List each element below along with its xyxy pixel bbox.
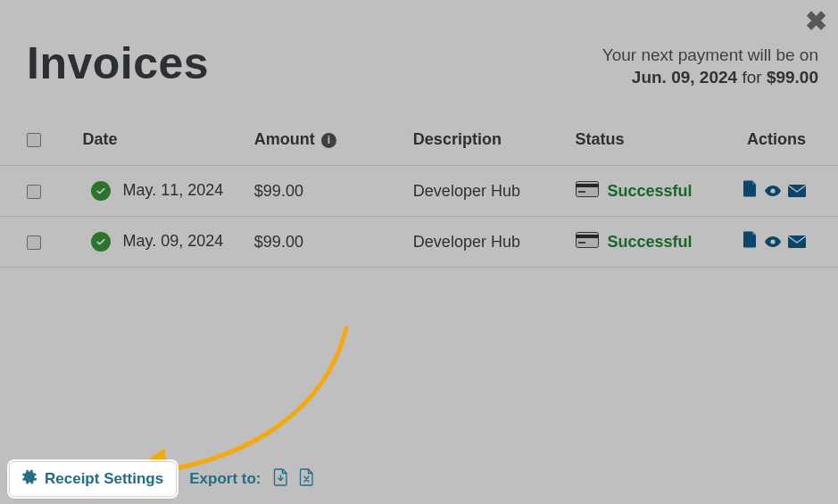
info-icon[interactable]: i: [321, 133, 336, 148]
cell-amount: $99.00: [245, 217, 404, 268]
export-excel-icon[interactable]: [299, 468, 314, 490]
cell-status: Successful: [608, 182, 693, 201]
table-row: May. 11, 2024 $99.00 Developer Hub Succe…: [0, 166, 838, 217]
view-icon[interactable]: [764, 234, 786, 252]
email-icon[interactable]: [788, 234, 806, 252]
col-amount: Amount i: [245, 114, 404, 166]
view-icon[interactable]: [764, 183, 786, 201]
next-payment-date: Jun. 09, 2024: [632, 68, 737, 87]
row-checkbox[interactable]: [27, 235, 41, 250]
col-date: Date: [73, 114, 245, 166]
checkmark-icon: [91, 232, 111, 252]
select-all-checkbox[interactable]: [27, 133, 41, 147]
page-title: Invoices: [27, 37, 209, 89]
svg-point-3: [770, 188, 775, 193]
cell-description: Developer Hub: [404, 217, 567, 268]
col-actions: Actions: [732, 114, 838, 166]
checkmark-icon: [91, 181, 111, 201]
invoices-table: Date Amount i Description Status Actions: [0, 114, 838, 268]
gear-icon: [22, 469, 37, 489]
svg-point-8: [770, 239, 775, 244]
download-pdf-icon[interactable]: [743, 183, 762, 201]
next-payment-for: for: [742, 68, 761, 87]
row-checkbox[interactable]: [27, 185, 41, 199]
receipt-settings-label: Receipt Settings: [45, 470, 163, 488]
svg-rect-1: [576, 184, 599, 187]
col-status: Status: [567, 114, 732, 166]
export-pdf-icon[interactable]: [273, 468, 288, 490]
col-amount-label: Amount: [254, 130, 315, 148]
next-payment-intro: Your next payment will be on: [602, 44, 818, 67]
download-pdf-icon[interactable]: [743, 234, 762, 252]
next-payment-amount: $99.00: [767, 68, 818, 87]
cell-date: May. 11, 2024: [122, 181, 223, 199]
credit-card-icon: [576, 232, 599, 252]
credit-card-icon: [576, 181, 599, 202]
svg-rect-2: [578, 191, 585, 193]
svg-rect-6: [576, 235, 599, 238]
col-description: Description: [404, 114, 567, 166]
next-payment-info: Your next payment will be on Jun. 09, 20…: [602, 44, 818, 89]
svg-rect-7: [578, 242, 585, 244]
email-icon[interactable]: [788, 183, 806, 201]
table-row: May. 09, 2024 $99.00 Developer Hub Succe…: [0, 217, 838, 268]
cell-description: Developer Hub: [404, 166, 567, 217]
export-to-label: Export to:: [189, 470, 261, 488]
cell-amount: $99.00: [245, 166, 404, 217]
cell-status: Successful: [608, 233, 693, 252]
receipt-settings-button[interactable]: Receipt Settings: [9, 461, 177, 497]
cell-date: May. 09, 2024: [122, 232, 223, 250]
